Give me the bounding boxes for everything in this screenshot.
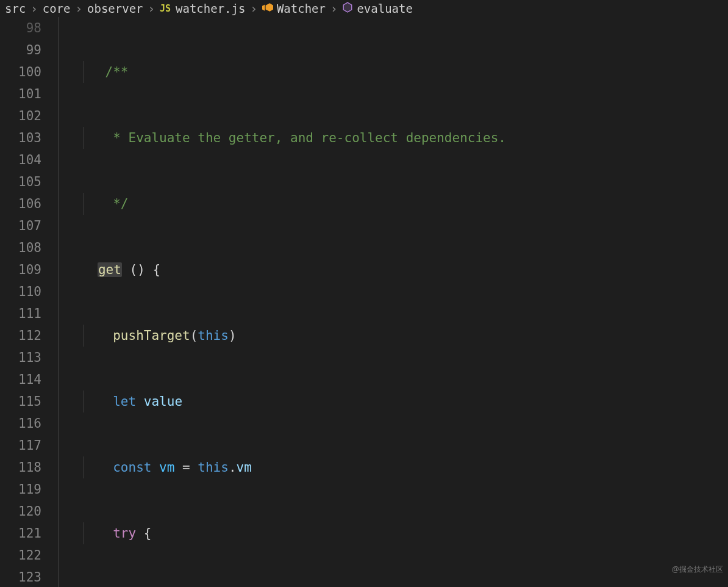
- line-number: 111: [0, 303, 41, 325]
- line-number: 106: [0, 193, 41, 215]
- code-line: try {: [74, 522, 728, 544]
- chevron-right-icon: ›: [330, 2, 337, 15]
- code-line: pushTarget(this): [74, 325, 728, 347]
- line-number: 102: [0, 105, 41, 127]
- line-number: 98: [0, 17, 41, 39]
- code-line: const vm = this.vm: [74, 456, 728, 478]
- line-number: 105: [0, 171, 41, 193]
- watermark: @掘金技术社区: [672, 564, 723, 575]
- line-number: 112: [0, 325, 41, 347]
- line-number: 122: [0, 544, 41, 566]
- line-number: 100: [0, 61, 41, 83]
- code-editor[interactable]: 98 99 100 101 102 103 104 105 106 107 10…: [0, 17, 728, 587]
- class-icon: [262, 2, 273, 15]
- line-number: 109: [0, 259, 41, 281]
- line-number: 113: [0, 347, 41, 369]
- breadcrumb[interactable]: src › core › observer › JS watcher.js › …: [0, 0, 728, 17]
- line-number: 99: [0, 39, 41, 61]
- chevron-right-icon: ›: [250, 2, 257, 15]
- crumb-core[interactable]: core: [43, 2, 71, 15]
- code-line: /**: [74, 61, 728, 83]
- code-line: */: [74, 193, 728, 215]
- method-icon: [342, 2, 353, 15]
- crumb-src[interactable]: src: [5, 2, 26, 15]
- line-number: 117: [0, 434, 41, 456]
- line-number: 104: [0, 149, 41, 171]
- line-number: 110: [0, 281, 41, 303]
- js-icon: JS: [160, 3, 171, 14]
- chevron-right-icon: ›: [30, 2, 37, 15]
- line-number: 121: [0, 522, 41, 544]
- code-line: * Evaluate the getter, and re-collect de…: [74, 127, 728, 149]
- code-line: let value: [74, 391, 728, 412]
- line-number: 115: [0, 391, 41, 412]
- crumb-observer[interactable]: observer: [87, 2, 143, 15]
- line-number: 114: [0, 369, 41, 391]
- line-number: 101: [0, 83, 41, 105]
- code-area[interactable]: /** * Evaluate the getter, and re-collec…: [74, 17, 728, 587]
- line-number: 116: [0, 412, 41, 434]
- chevron-right-icon: ›: [76, 2, 82, 15]
- crumb-file[interactable]: watcher.js: [176, 2, 245, 15]
- crumb-method[interactable]: evaluate: [357, 2, 413, 15]
- line-number: 103: [0, 127, 41, 149]
- line-number: 123: [0, 566, 41, 587]
- fold-bar: [52, 17, 74, 587]
- chevron-right-icon: ›: [148, 2, 155, 15]
- line-number: 108: [0, 237, 41, 259]
- code-line: get () {: [74, 259, 728, 281]
- crumb-class[interactable]: Watcher: [277, 2, 326, 15]
- line-number: 107: [0, 215, 41, 237]
- line-gutter: 98 99 100 101 102 103 104 105 106 107 10…: [0, 17, 52, 587]
- line-number: 120: [0, 500, 41, 522]
- line-number: 119: [0, 478, 41, 500]
- line-number: 118: [0, 456, 41, 478]
